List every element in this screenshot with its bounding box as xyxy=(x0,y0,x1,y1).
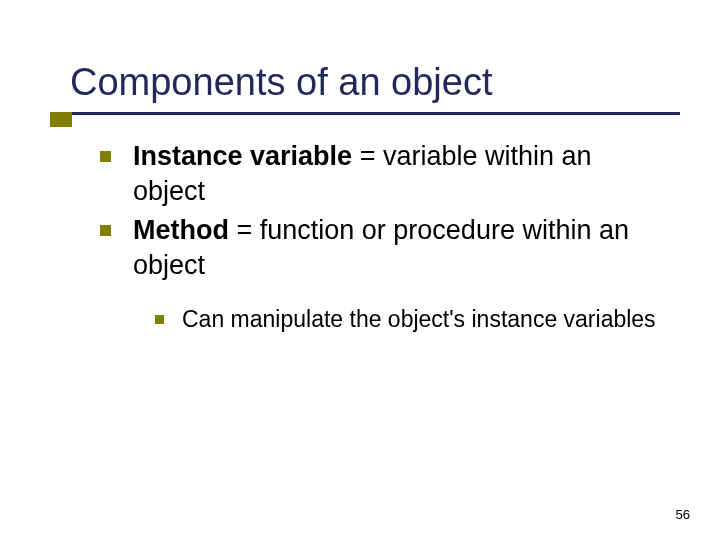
sub-bullet-square-icon xyxy=(155,315,164,324)
bullet-square-icon xyxy=(100,225,111,236)
sub-bullet-text: Can manipulate the object's instance var… xyxy=(182,305,656,335)
bullet-text: Method = function or procedure within an… xyxy=(133,213,670,283)
title-underline xyxy=(70,112,680,115)
page-number: 56 xyxy=(676,507,690,522)
sub-content: Can manipulate the object's instance var… xyxy=(0,287,720,335)
slide-title: Components of an object xyxy=(70,60,720,106)
sub-bullet-item: Can manipulate the object's instance var… xyxy=(155,305,660,335)
title-accent-box xyxy=(50,112,72,127)
title-area: Components of an object xyxy=(0,0,720,115)
main-content: Instance variable = variable within an o… xyxy=(0,115,720,283)
bullet-square-icon xyxy=(100,151,111,162)
bullet-bold: Instance variable xyxy=(133,141,352,171)
bullet-item: Instance variable = variable within an o… xyxy=(100,139,670,209)
bullet-item: Method = function or procedure within an… xyxy=(100,213,670,283)
bullet-text: Instance variable = variable within an o… xyxy=(133,139,670,209)
bullet-bold: Method xyxy=(133,215,229,245)
